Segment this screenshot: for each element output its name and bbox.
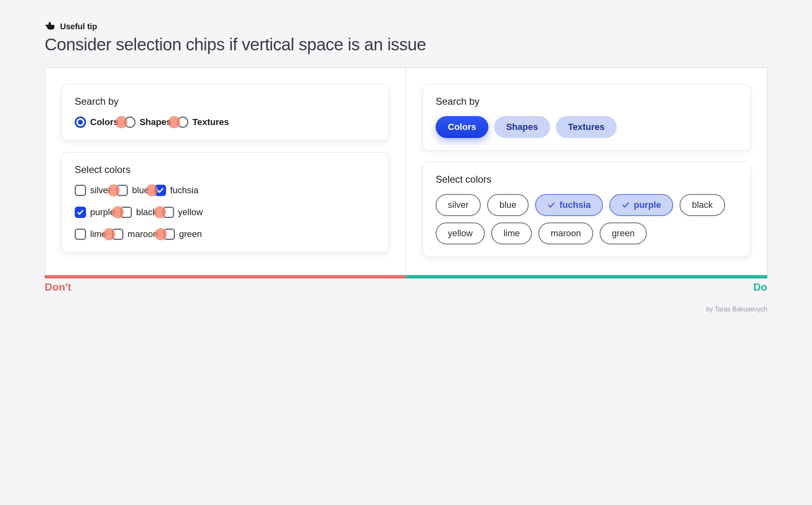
checkbox-label: fuchsia bbox=[170, 185, 199, 196]
dont-bar bbox=[45, 275, 406, 278]
checkbox-box-icon bbox=[75, 229, 86, 240]
verdict-bars bbox=[45, 275, 767, 278]
radio-label: Colors bbox=[90, 117, 119, 127]
check-icon bbox=[547, 201, 555, 209]
touch-target-dot-icon bbox=[168, 116, 180, 128]
pointing-hand-icon bbox=[45, 20, 55, 32]
chip-fuchsia[interactable]: fuchsia bbox=[535, 194, 603, 216]
chip-maroon[interactable]: maroon bbox=[538, 222, 593, 244]
check-icon bbox=[622, 201, 630, 209]
checkbox-label: yellow bbox=[178, 207, 203, 218]
chip-label: maroon bbox=[551, 228, 581, 239]
pill-label: Textures bbox=[568, 122, 605, 132]
touch-target-dot-icon bbox=[115, 116, 127, 128]
chip-group: silverbluefuchsiapurpleblackyellowlimema… bbox=[436, 194, 737, 244]
pill-shapes[interactable]: Shapes bbox=[494, 116, 550, 138]
checkbox-group: silverbluefuchsiapurpleblackyellowlimema… bbox=[75, 184, 376, 240]
chip-label: purple bbox=[634, 200, 661, 210]
chip-silver[interactable]: silver bbox=[436, 194, 481, 216]
radio-label: Shapes bbox=[140, 117, 171, 127]
touch-target-dot-icon bbox=[154, 206, 166, 218]
radio-shapes[interactable]: Shapes bbox=[124, 117, 171, 128]
touch-target-dot-icon bbox=[155, 228, 167, 240]
checkbox-green[interactable]: green bbox=[164, 229, 202, 240]
checkbox-fuchsia[interactable]: fuchsia bbox=[155, 185, 199, 196]
comparison-container: Search by ColorsShapesTextures Select co… bbox=[45, 67, 767, 275]
page-title: Consider selection chips if vertical spa… bbox=[45, 35, 767, 54]
radio-label: Textures bbox=[192, 117, 229, 127]
card-title: Select colors bbox=[436, 174, 737, 185]
checkbox-label: purple bbox=[90, 207, 115, 218]
do-pane: Search by ColorsShapesTextures Select co… bbox=[406, 68, 767, 275]
chip-label: yellow bbox=[448, 228, 473, 239]
checkbox-blue[interactable]: blue bbox=[117, 185, 149, 196]
useful-tip-label: Useful tip bbox=[60, 22, 97, 31]
radio-circle-icon bbox=[75, 117, 86, 128]
checkbox-silver[interactable]: silver bbox=[75, 185, 111, 196]
checkbox-maroon[interactable]: maroon bbox=[112, 229, 158, 240]
touch-target-dot-icon bbox=[146, 184, 158, 196]
checkbox-black[interactable]: black bbox=[121, 207, 157, 218]
card-title: Search by bbox=[75, 96, 376, 107]
byline: by Taras Bakusevych bbox=[45, 306, 767, 313]
chip-green[interactable]: green bbox=[600, 222, 647, 244]
pill-group: ColorsShapesTextures bbox=[436, 116, 737, 138]
chip-label: silver bbox=[448, 200, 469, 210]
pill-colors[interactable]: Colors bbox=[436, 116, 488, 138]
chip-label: fuchsia bbox=[559, 200, 591, 210]
select-colors-card-do: Select colors silverbluefuchsiapurplebla… bbox=[422, 162, 751, 257]
chip-blue[interactable]: blue bbox=[487, 194, 529, 216]
chip-label: lime bbox=[503, 228, 520, 239]
radio-textures[interactable]: Textures bbox=[177, 117, 229, 128]
checkbox-purple[interactable]: purple bbox=[75, 207, 115, 218]
card-title: Search by bbox=[436, 96, 737, 107]
checkbox-yellow[interactable]: yellow bbox=[163, 207, 203, 218]
chip-yellow[interactable]: yellow bbox=[436, 222, 485, 244]
pill-label: Shapes bbox=[506, 122, 538, 132]
checkbox-box-icon bbox=[75, 185, 86, 196]
touch-target-dot-icon bbox=[112, 206, 124, 218]
pill-label: Colors bbox=[448, 122, 476, 132]
search-by-card-dont: Search by ColorsShapesTextures bbox=[61, 84, 389, 141]
card-title: Select colors bbox=[75, 164, 376, 175]
select-colors-card-dont: Select colors silverbluefuchsiapurplebla… bbox=[61, 152, 389, 253]
dont-pane: Search by ColorsShapesTextures Select co… bbox=[45, 68, 406, 275]
checkbox-label: maroon bbox=[127, 229, 158, 240]
search-by-card-do: Search by ColorsShapesTextures bbox=[422, 84, 751, 151]
chip-black[interactable]: black bbox=[680, 194, 725, 216]
checkbox-box-icon bbox=[75, 207, 86, 218]
chip-purple[interactable]: purple bbox=[609, 194, 673, 216]
pill-textures[interactable]: Textures bbox=[556, 116, 617, 138]
chip-label: black bbox=[692, 200, 713, 210]
chip-lime[interactable]: lime bbox=[491, 222, 532, 244]
chip-label: blue bbox=[499, 200, 516, 210]
checkbox-lime[interactable]: lime bbox=[75, 229, 106, 240]
checkbox-label: green bbox=[179, 229, 202, 240]
chip-label: green bbox=[612, 228, 635, 239]
radio-group: ColorsShapesTextures bbox=[75, 116, 376, 128]
do-bar bbox=[406, 275, 767, 278]
do-verdict: Do bbox=[753, 281, 767, 294]
radio-colors[interactable]: Colors bbox=[75, 117, 119, 128]
dont-verdict: Don't bbox=[45, 281, 71, 294]
